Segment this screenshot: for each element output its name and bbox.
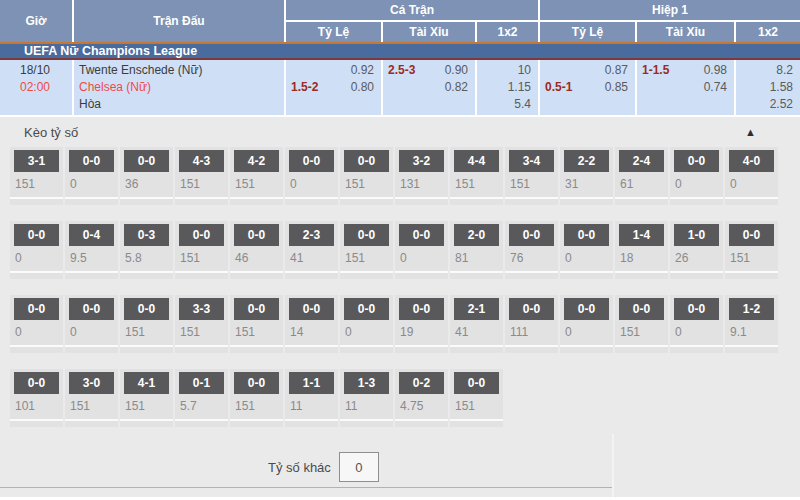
score-cell[interactable]: 0-35.8 bbox=[120, 221, 173, 279]
score-cell[interactable]: 3-3151 bbox=[175, 295, 228, 353]
ft-handicap-home-odds[interactable]: 0.92 bbox=[291, 62, 374, 79]
score-cell[interactable]: 0-036 bbox=[120, 147, 173, 205]
score-cell[interactable]: 0-0151 bbox=[725, 221, 778, 279]
score-cell[interactable]: 2-461 bbox=[615, 147, 668, 205]
score-cell[interactable]: 1-29.1 bbox=[725, 295, 778, 353]
score-cell[interactable]: 2-231 bbox=[560, 147, 613, 205]
score-cell[interactable]: 4-00 bbox=[725, 147, 778, 205]
score-cell[interactable]: 1-026 bbox=[670, 221, 723, 279]
score-cell[interactable]: 2-341 bbox=[285, 221, 338, 279]
score-input-underline[interactable] bbox=[230, 419, 283, 421]
score-cell[interactable]: 0-00 bbox=[560, 221, 613, 279]
h1-1x2-draw[interactable]: 2.52 bbox=[741, 96, 793, 113]
score-input-underline[interactable] bbox=[340, 345, 393, 347]
score-input-underline[interactable] bbox=[395, 345, 448, 347]
score-input-underline[interactable] bbox=[725, 197, 778, 199]
score-cell[interactable]: 2-141 bbox=[450, 295, 503, 353]
score-cell[interactable]: 0-0151 bbox=[615, 295, 668, 353]
score-input-underline[interactable] bbox=[285, 271, 338, 273]
h1-overunder-cell[interactable]: 1-1.5 0.98 0.74 bbox=[637, 60, 734, 115]
score-input-underline[interactable] bbox=[230, 197, 283, 199]
score-cell[interactable]: 0-00 bbox=[670, 147, 723, 205]
score-input-underline[interactable] bbox=[395, 197, 448, 199]
score-input-underline[interactable] bbox=[120, 345, 173, 347]
collapse-icon[interactable]: ▲ bbox=[745, 126, 756, 138]
score-cell[interactable]: 0-014 bbox=[285, 295, 338, 353]
score-input-underline[interactable] bbox=[615, 345, 668, 347]
score-cell[interactable]: 0-0151 bbox=[230, 369, 283, 427]
score-cell[interactable]: 0-00 bbox=[395, 221, 448, 279]
score-cell[interactable]: 0-00 bbox=[65, 147, 118, 205]
score-input-underline[interactable] bbox=[10, 345, 63, 347]
other-score-input[interactable]: 0 bbox=[339, 452, 379, 482]
score-input-underline[interactable] bbox=[450, 345, 503, 347]
score-input-underline[interactable] bbox=[120, 197, 173, 199]
score-input-underline[interactable] bbox=[340, 197, 393, 199]
score-input-underline[interactable] bbox=[560, 197, 613, 199]
score-cell[interactable]: 0-00 bbox=[10, 295, 63, 353]
score-cell[interactable]: 1-111 bbox=[285, 369, 338, 427]
score-cell[interactable]: 0-00 bbox=[560, 295, 613, 353]
ft-1x2-draw[interactable]: 5.4 bbox=[482, 96, 531, 113]
ft-under-odds[interactable]: 0.82 bbox=[388, 79, 468, 96]
ft-1x2-cell[interactable]: 10 1.15 5.4 bbox=[477, 60, 538, 115]
score-input-underline[interactable] bbox=[230, 345, 283, 347]
score-cell[interactable]: 1-311 bbox=[340, 369, 393, 427]
score-cell[interactable]: 0-0151 bbox=[120, 295, 173, 353]
score-input-underline[interactable] bbox=[175, 271, 228, 273]
score-input-underline[interactable] bbox=[670, 271, 723, 273]
score-cell[interactable]: 4-4151 bbox=[450, 147, 503, 205]
score-cell[interactable]: 0-0151 bbox=[340, 147, 393, 205]
score-input-underline[interactable] bbox=[670, 345, 723, 347]
score-input-underline[interactable] bbox=[120, 271, 173, 273]
h1-1x2-away[interactable]: 1.58 bbox=[741, 79, 793, 96]
score-input-underline[interactable] bbox=[505, 345, 558, 347]
score-input-underline[interactable] bbox=[10, 197, 63, 199]
score-input-underline[interactable] bbox=[615, 197, 668, 199]
score-cell[interactable]: 0-15.7 bbox=[175, 369, 228, 427]
h1-1x2-home[interactable]: 8.2 bbox=[741, 62, 793, 79]
score-cell[interactable]: 0-00 bbox=[670, 295, 723, 353]
score-cell[interactable]: 2-081 bbox=[450, 221, 503, 279]
score-cell[interactable]: 0-019 bbox=[395, 295, 448, 353]
score-input-underline[interactable] bbox=[65, 345, 118, 347]
score-cell[interactable]: 0-49.5 bbox=[65, 221, 118, 279]
score-input-underline[interactable] bbox=[725, 271, 778, 273]
score-input-underline[interactable] bbox=[670, 197, 723, 199]
score-input-underline[interactable] bbox=[285, 345, 338, 347]
score-cell[interactable]: 0-00 bbox=[340, 295, 393, 353]
h1-under-odds[interactable]: 0.74 bbox=[642, 79, 727, 96]
score-input-underline[interactable] bbox=[450, 271, 503, 273]
ft-handicap-cell[interactable]: 0.92 1.5-2 0.80 bbox=[286, 60, 381, 115]
score-input-underline[interactable] bbox=[65, 419, 118, 421]
ft-overunder-cell[interactable]: 2.5-3 0.90 0.82 bbox=[383, 60, 475, 115]
home-team[interactable]: Twente Enschede (Nữ) bbox=[79, 62, 277, 79]
score-cell[interactable]: 0-0151 bbox=[175, 221, 228, 279]
score-cell[interactable]: 3-2131 bbox=[395, 147, 448, 205]
score-input-underline[interactable] bbox=[10, 419, 63, 421]
away-team[interactable]: Chelsea (Nữ) bbox=[79, 79, 277, 96]
score-input-underline[interactable] bbox=[65, 271, 118, 273]
score-cell[interactable]: 0-046 bbox=[230, 221, 283, 279]
score-input-underline[interactable] bbox=[725, 345, 778, 347]
h1-handicap-cell[interactable]: 0.87 0.5-1 0.85 bbox=[540, 60, 635, 115]
score-input-underline[interactable] bbox=[285, 197, 338, 199]
ft-over-odds[interactable]: 0.90 bbox=[445, 62, 468, 79]
score-cell[interactable]: 0-00 bbox=[285, 147, 338, 205]
score-cell[interactable]: 0-00 bbox=[10, 221, 63, 279]
score-cell[interactable]: 0-0101 bbox=[10, 369, 63, 427]
score-input-underline[interactable] bbox=[560, 271, 613, 273]
score-cell[interactable]: 4-2151 bbox=[230, 147, 283, 205]
score-cell[interactable]: 0-0151 bbox=[340, 221, 393, 279]
score-input-underline[interactable] bbox=[450, 419, 503, 421]
score-cell[interactable]: 3-4151 bbox=[505, 147, 558, 205]
score-input-underline[interactable] bbox=[505, 271, 558, 273]
score-cell[interactable]: 0-076 bbox=[505, 221, 558, 279]
score-input-underline[interactable] bbox=[10, 271, 63, 273]
h1-over-odds[interactable]: 0.98 bbox=[704, 62, 727, 79]
score-input-underline[interactable] bbox=[450, 197, 503, 199]
score-cell[interactable]: 4-1151 bbox=[120, 369, 173, 427]
h1-1x2-cell[interactable]: 8.2 1.58 2.52 bbox=[736, 60, 800, 115]
score-input-underline[interactable] bbox=[285, 419, 338, 421]
score-input-underline[interactable] bbox=[560, 345, 613, 347]
